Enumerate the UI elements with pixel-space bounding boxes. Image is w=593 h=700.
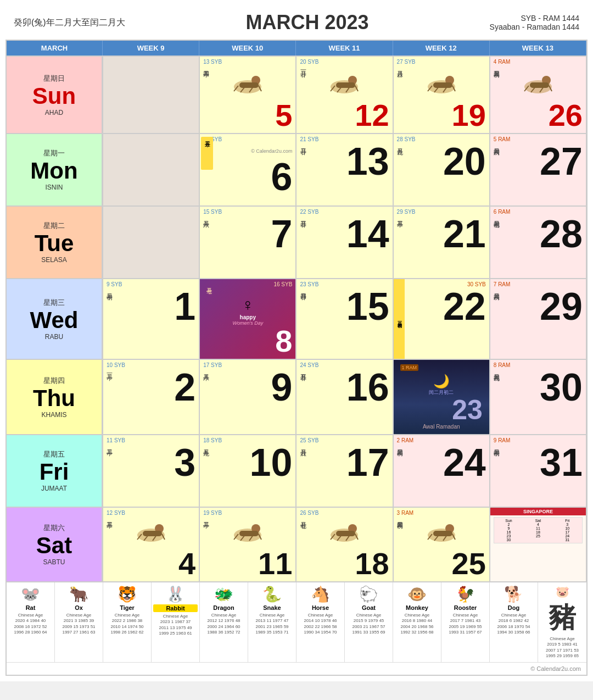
- date-28: 闰二月初七 6 RAM 28: [490, 207, 586, 278]
- date-25: 闰二月初四 3 RAM 25: [393, 508, 490, 581]
- date-14: 二月廿三 22 SYB 14: [296, 207, 393, 278]
- month-title: MARCH 2023: [246, 11, 369, 34]
- date-26: 闰二月初五 4 RAM 26: [490, 57, 586, 133]
- svg-rect-2: [239, 82, 259, 88]
- horse-racing-sat-icon-4: [422, 519, 461, 546]
- zodiac-dragon: 🐲 Dragon Chinese Age 2012 12 1976 48 200…: [200, 582, 248, 662]
- date-29: 闰二月初八 7 RAM 29: [490, 279, 586, 359]
- date-2: 二月十一 10 SYB 2: [103, 360, 199, 434]
- date-21: 二月三十 29 SYB 21: [393, 207, 490, 278]
- zodiac-ox: 🐂 Ox Chinese Age 2021 3 1985 39 2009 15 …: [55, 582, 103, 662]
- wednesday-row: 星期三 Wed RABU 二月初十 9 SYB 1 二月十七 16 SYB: [7, 278, 586, 359]
- date-19: 二月廿八 27 SYB 19: [393, 57, 490, 133]
- calendar-grid: MARCH WEEK 9 WEEK 10 WEEK 11 WEEK 12 WEE…: [5, 40, 588, 676]
- svg-rect-23: [530, 82, 549, 88]
- zodiac-horse: 🐴 Horse Chinese Age 2014 10 1978 46 2002…: [296, 582, 345, 662]
- date-8-womens-day: 二月十七 16 SYB ♀️ happy Women's Day 8: [199, 279, 296, 359]
- date-4: 二月十三 12 SYB 4: [103, 508, 199, 581]
- date-6: 二月十五 14 SYB © Calendar2u.com 6: [199, 134, 296, 205]
- header-week10: WEEK 10: [199, 41, 296, 55]
- date-10: 二月十九 18 SYB 10: [199, 435, 296, 507]
- date-20: 二月廿九 28 SYB 20: [393, 134, 490, 205]
- zodiac-pig: 🐷 豬 Chinese Age 2019 5 1983 41 2007 17 1…: [538, 582, 586, 662]
- monday-label: 星期一 Mon ISNIN: [7, 134, 103, 205]
- svg-rect-16: [433, 82, 452, 88]
- svg-rect-9: [336, 82, 355, 88]
- tuesday-label: 星期二 Tue SELASA: [7, 207, 103, 278]
- zodiac-row: 🐭 Rat Chinese Age 2020 4 1984 40 2008 16…: [7, 581, 586, 662]
- date-15: 二月廿四 23 SYB 15: [296, 279, 393, 359]
- date-12: 二月廿一 20 SYB 12: [296, 57, 393, 133]
- date-7: 二月十六 15 SYB 7: [199, 207, 296, 278]
- horse-racing-icon-2: [325, 70, 363, 98]
- date-27: 闰二月初六 5 RAM 27: [490, 134, 586, 205]
- horse-racing-icon-3: [422, 70, 461, 98]
- date-9: 二月十八 17 SYB 9: [199, 360, 296, 434]
- zodiac-dog: 🐕 Dog Chinese Age 2018 6 1982 42 2006 18…: [490, 582, 538, 662]
- date-5: 二月十四 13 SYB 5: [199, 57, 296, 133]
- date-11: 二月二十 19 SYB 11: [199, 508, 296, 581]
- svg-rect-30: [143, 531, 162, 536]
- empty-cell: [103, 57, 199, 133]
- horse-racing-sat-icon: [132, 519, 170, 546]
- date-30: 闰二月初九 8 RAM 30: [490, 360, 586, 434]
- monday-row: 星期一 Mon ISNIN 二月十五 14 SYB © Calendar2u.c…: [7, 133, 586, 205]
- header-march: MARCH: [7, 41, 103, 55]
- tuesday-row: 星期二 Tue SELASA 二月十六 15 SYB 7 二月廿三 22 SYB: [7, 205, 586, 278]
- svg-rect-51: [433, 531, 452, 536]
- header-week9: WEEK 9: [103, 41, 199, 55]
- horse-racing-sat-icon-2: [228, 519, 267, 546]
- date-3: 二月十二 11 SYB 3: [103, 435, 199, 507]
- date-23-awal-ramadan: 1 RAM 🌙 闰二月初二 23 Awal Ramadan: [393, 360, 490, 434]
- thursday-label: 星期四 Thu KHAMIS: [7, 360, 103, 434]
- zodiac-tiger: 🐯 Tiger Chinese Age 2022 2 1986 38 2010 …: [103, 582, 152, 662]
- date-singapore: SINGAPORE Sun29162330 Sat4111825 Fri3101…: [490, 508, 586, 581]
- date-17: 二月廿六 25 SYB 17: [296, 435, 393, 507]
- sunday-label: 星期日 Sun AHAD: [7, 57, 103, 133]
- date-31: 闰二月初十 9 RAM 31: [490, 435, 586, 507]
- horse-racing-sat-icon-3: [325, 519, 363, 546]
- zodiac-monkey: 🐵 Monkey Chinese Age 2016 8 1980 44 2004…: [393, 582, 441, 662]
- sunday-row: 星期日 Sun AHAD 二月十四 13 SYB: [7, 55, 586, 133]
- date-22: 闰二月初一 30 SYB 22: [393, 279, 490, 359]
- header-row: MARCH WEEK 9 WEEK 10 WEEK 11 WEEK 12 WEE…: [7, 41, 586, 55]
- date-1: 二月初十 9 SYB 1: [103, 279, 199, 359]
- wednesday-label: 星期三 Wed RABU: [7, 279, 103, 359]
- friday-row: 星期五 Fri JUMAAT 二月十二 11 SYB 3 二月十九 18 SYB…: [7, 434, 586, 507]
- header-week13: WEEK 13: [490, 41, 586, 55]
- date-16: 二月廿五 24 SYB 16: [296, 360, 393, 434]
- zodiac-rabbit: 🐰 Rabbit Chinese Age 2023 1 1987 37 2011…: [152, 582, 200, 662]
- horse-racing-icon: [228, 70, 267, 98]
- svg-rect-44: [336, 531, 355, 536]
- date-18: 二月廿七 26 SYB 18: [296, 508, 393, 581]
- svg-rect-37: [239, 531, 259, 536]
- zodiac-goat: 🐑 Goat Chinese Age 2015 9 1979 45 2003 2…: [345, 582, 393, 662]
- zodiac-rooster: 🐓 Rooster Chinese Age 2017 7 1981 43 200…: [441, 582, 490, 662]
- header-section: 癸卯(兔)年二月大至闰二月大 MARCH 2023 SYB - RAM 1444…: [5, 5, 588, 37]
- saturday-label: 星期六 Sat SABTU: [7, 508, 103, 581]
- thursday-row: 星期四 Thu KHAMIS 二月十一 10 SYB 2 二月十八 17 SYB…: [7, 359, 586, 434]
- header-week12: WEEK 12: [393, 41, 490, 55]
- header-week11: WEEK 11: [296, 41, 393, 55]
- empty-mon-w9: [103, 134, 199, 205]
- saturday-row: 星期六 Sat SABTU 二月十三 12 SYB: [7, 507, 586, 581]
- syb-title: SYB - RAM 1444 Syaaban - Ramadan 1444: [490, 14, 579, 31]
- empty-tue-w9: [103, 207, 199, 278]
- horse-racing-icon-4: [519, 70, 557, 98]
- footer-copyright: © Calendar2u.com: [7, 662, 586, 675]
- zodiac-rat: 🐭 Rat Chinese Age 2020 4 1984 40 2008 16…: [7, 582, 55, 662]
- calendar-wrapper: 癸卯(兔)年二月大至闰二月大 MARCH 2023 SYB - RAM 1444…: [0, 0, 593, 681]
- zodiac-snake: 🐍 Snake Chinese Age 2013 11 1977 47 2001…: [248, 582, 296, 662]
- friday-label: 星期五 Fri JUMAAT: [7, 435, 103, 507]
- date-24: 闰二月初三 2 RAM 24: [393, 435, 490, 507]
- date-13: 二月廿二 21 SYB 13: [296, 134, 393, 205]
- chinese-title: 癸卯(兔)年二月大至闰二月大: [14, 17, 125, 29]
